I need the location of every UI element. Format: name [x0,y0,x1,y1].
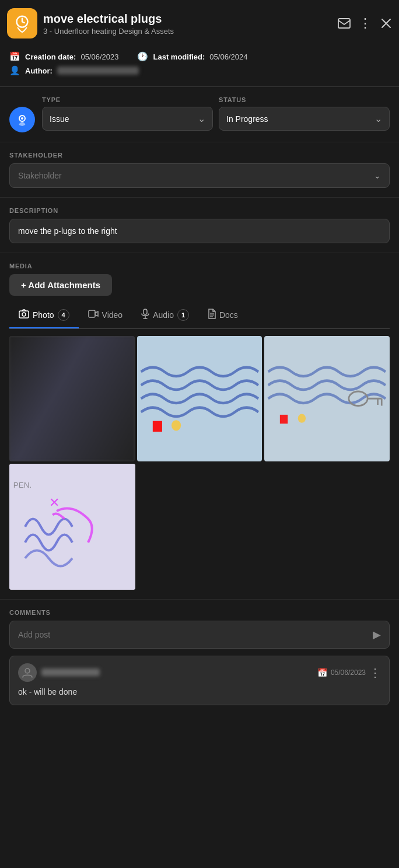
type-status-section: TYPE Issue ⌄ STATUS In Progress ⌄ [0,87,399,142]
audio-tab-label: Audio [153,310,174,320]
photo-tab-badge: 4 [58,309,69,321]
close-button[interactable] [380,18,392,29]
stakeholder-input[interactable]: Stakeholder ⌄ [9,163,390,188]
comment-meta: 📅 05/06/2023 ⋮ [317,666,381,680]
last-modified-value: 05/06/2024 [209,52,247,61]
video-tab-label: Video [102,310,123,320]
add-post-placeholder: Add post [18,630,50,639]
location-circle [9,107,35,132]
svg-point-7 [22,313,26,316]
description-value: move the p-lugs to the right [18,226,117,236]
tab-video[interactable]: Video [79,304,132,328]
header: move electrical plugs 3 - Underfloor hea… [0,0,399,47]
svg-point-19 [349,391,368,406]
description-input[interactable]: move the p-lugs to the right [9,219,390,243]
comment-date-icon: 📅 [317,668,327,677]
type-chevron-icon: ⌄ [198,113,205,124]
type-field: TYPE Issue ⌄ [42,96,213,131]
svg-rect-15 [152,421,162,432]
stakeholder-placeholder: Stakeholder [18,171,62,180]
mail-button[interactable] [338,18,351,29]
comment-author-row [18,663,100,682]
creation-date-value: 05/06/2023 [80,52,118,61]
media-tabs: Photo 4 Video Audio 1 [9,304,390,329]
svg-rect-9 [144,309,147,314]
clock-icon: 🕐 [137,51,148,62]
photo-3[interactable] [264,336,390,461]
svg-rect-8 [89,310,95,317]
stakeholder-label: STAKEHOLDER [9,152,390,159]
stakeholder-section: STAKEHOLDER Stakeholder ⌄ [0,142,399,198]
comments-label: COMMENTS [9,609,390,616]
author-label: Author: [25,66,52,75]
svg-text:PEN.: PEN. [13,480,32,489]
audio-tab-badge: 1 [177,309,189,321]
author-icon: 👤 [9,65,20,76]
comment-date: 05/06/2023 [331,668,366,677]
svg-point-5 [21,117,23,120]
type-label: TYPE [42,96,213,103]
description-section: DESCRIPTION move the p-lugs to the right [0,198,399,253]
comment-header: 📅 05/06/2023 ⋮ [18,663,381,682]
media-section: MEDIA + Add Attachments Photo 4 [0,253,399,600]
send-icon: ▶ [373,628,381,641]
svg-rect-1 [338,19,350,28]
dates-row: 📅 Creation date: 05/06/2023 🕐 Last modif… [9,51,390,62]
status-chevron-icon: ⌄ [374,113,382,124]
meta-section: 📅 Creation date: 05/06/2023 🕐 Last modif… [0,47,399,87]
more-button[interactable]: ⋮ [359,16,372,31]
app-icon [7,8,37,38]
photo-tab-icon [19,309,29,321]
comment-more-button[interactable]: ⋮ [369,666,381,680]
type-value: Issue [50,114,69,124]
type-select[interactable]: Issue ⌄ [42,107,213,131]
creation-date-label: Creation date: [25,52,76,61]
add-attachments-label: + Add Attachments [21,280,100,290]
comment-item: 📅 05/06/2023 ⋮ ok - will be done [9,656,390,706]
photo-1[interactable] [9,336,135,461]
media-label: MEDIA [9,262,390,270]
author-row: 👤 Author: [9,65,390,76]
description-label: DESCRIPTION [9,207,390,214]
tab-docs[interactable]: Docs [198,304,247,328]
page-subtitle: 3 - Underfloor heating Design & Assets [43,27,332,36]
photo-4[interactable]: ✕ PEN. [9,464,135,590]
comment-author-blurred [41,668,100,676]
photo-grid [9,336,390,461]
photo-2[interactable] [137,336,262,461]
comment-text: ok - will be done [18,687,381,698]
status-select[interactable]: In Progress ⌄ [219,107,390,131]
status-field: STATUS In Progress ⌄ [219,96,390,131]
photo-empty-space [138,464,390,590]
calendar-icon: 📅 [9,51,20,62]
type-status-fields: TYPE Issue ⌄ STATUS In Progress ⌄ [42,96,390,131]
svg-point-25 [25,668,30,673]
status-label: STATUS [219,96,390,103]
svg-point-18 [298,414,306,422]
comment-avatar [18,663,37,682]
last-modified-label: Last modified: [153,52,205,61]
header-title-block: move electrical plugs 3 - Underfloor hea… [43,12,332,36]
status-value: In Progress [226,114,268,124]
add-attachments-button[interactable]: + Add Attachments [9,274,112,296]
docs-tab-label: Docs [219,310,238,320]
comments-section: COMMENTS Add post ▶ 📅 05/06/2023 ⋮ [0,600,399,715]
photo-tab-label: Photo [33,310,54,320]
tab-audio[interactable]: Audio 1 [132,304,198,328]
header-actions: ⋮ [338,16,392,31]
author-value-blurred [57,66,139,75]
svg-rect-17 [280,415,288,424]
tab-photo[interactable]: Photo 4 [9,304,79,328]
page-title: move electrical plugs [43,12,332,26]
audio-tab-icon [141,309,149,321]
svg-rect-6 [19,311,29,318]
add-post-input[interactable]: Add post ▶ [9,621,390,649]
docs-tab-icon [208,309,216,321]
photo-row-2: ✕ PEN. [9,464,390,590]
svg-text:✕: ✕ [49,495,60,510]
svg-point-16 [172,420,181,430]
stakeholder-chevron-icon: ⌄ [374,171,381,180]
video-tab-icon [88,310,99,320]
